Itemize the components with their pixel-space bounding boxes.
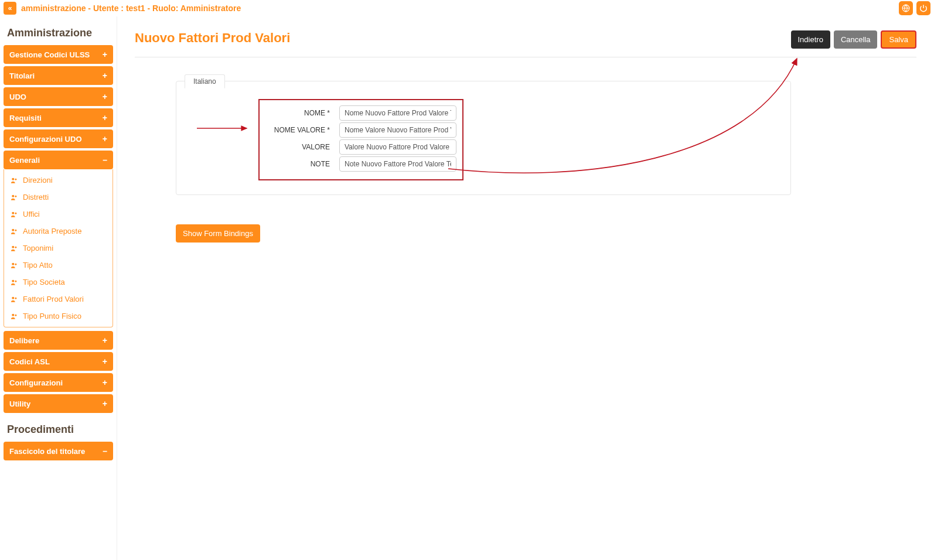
svg-point-13	[12, 279, 14, 282]
sidebar-item-label: Utility	[9, 399, 30, 408]
sidebar-item-label: Configurazioni UDO	[9, 135, 82, 144]
svg-point-3	[12, 194, 14, 197]
nome-input[interactable]	[339, 105, 456, 121]
form-row-valore: VALORE	[265, 139, 456, 155]
sidebar-item-label: Requisiti	[9, 114, 42, 122]
sidebar-item-label: Delibere	[9, 336, 39, 345]
user-icon	[10, 176, 18, 185]
sidebar-item-configurazioni-udo[interactable]: Configurazioni UDO +	[4, 129, 113, 148]
nome-valore-input[interactable]	[339, 122, 456, 138]
svg-point-9	[12, 245, 14, 248]
sidebar-section-procedimenti: Procedimenti	[4, 415, 113, 442]
sidebar-item-udo[interactable]: UDO +	[4, 87, 113, 106]
sidebar-item-delibere[interactable]: Delibere +	[4, 331, 113, 350]
page-title: Nuovo Fattori Prod Valori	[135, 30, 290, 46]
user-icon	[10, 227, 18, 235]
user-icon	[10, 261, 18, 269]
user-icon	[10, 244, 18, 252]
page-header: Nuovo Fattori Prod Valori Indietro Cance…	[135, 30, 916, 57]
sidebar-subitem-label: Distretti	[23, 193, 49, 202]
globe-icon	[902, 4, 910, 12]
svg-point-6	[15, 212, 16, 214]
expand-icon: +	[103, 378, 107, 387]
expand-icon: +	[103, 71, 107, 80]
svg-point-4	[15, 195, 16, 197]
sidebar-item-label: Fascicolo del titolare	[9, 447, 85, 456]
svg-point-12	[15, 263, 16, 265]
expand-icon: +	[103, 357, 107, 366]
sidebar-item-fascicolo-titolare[interactable]: Fascicolo del titolare –	[4, 442, 113, 460]
svg-point-16	[15, 297, 16, 299]
sidebar-item-requisiti[interactable]: Requisiti +	[4, 108, 113, 127]
sidebar-subitem-distretti[interactable]: Distretti	[4, 189, 113, 206]
svg-point-18	[15, 314, 16, 316]
sidebar-subitem-label: Fattori Prod Valori	[23, 295, 84, 303]
header-title: amministrazione - Utente : test1 - Ruolo…	[21, 4, 241, 13]
sidebar-subitem-tipo-societa[interactable]: Tipo Societa	[4, 274, 113, 291]
svg-point-14	[15, 280, 16, 282]
valore-input[interactable]	[339, 139, 456, 155]
sidebar-subitem-label: Tipo Punto Fisico	[23, 312, 81, 320]
svg-point-17	[12, 313, 14, 316]
expand-icon: +	[103, 92, 107, 101]
action-buttons: Indietro Cancella Salva	[791, 30, 917, 49]
sidebar-item-generali[interactable]: Generali –	[4, 151, 113, 169]
sidebar-subitem-label: Uffici	[23, 210, 40, 218]
user-icon	[10, 312, 18, 320]
sidebar-section-amministrazione: Amministrazione	[4, 19, 113, 45]
sidebar-collapse-button[interactable]: «	[4, 2, 16, 15]
sidebar-scroll[interactable]: Amministrazione Gestione Codici ULSS + T…	[0, 16, 117, 560]
user-icon	[10, 193, 18, 202]
cancel-button[interactable]: Cancella	[834, 30, 878, 49]
sidebar-subitem-tipo-atto[interactable]: Tipo Atto	[4, 257, 113, 274]
sidebar-subitem-label: Toponimi	[23, 244, 53, 252]
svg-point-10	[15, 246, 16, 248]
svg-point-11	[12, 262, 14, 265]
svg-point-15	[12, 296, 14, 299]
sidebar-item-label: Codici ASL	[9, 357, 50, 366]
top-bar: « amministrazione - Utente : test1 - Ruo…	[0, 0, 934, 16]
sidebar-subitem-label: Direzioni	[23, 176, 53, 185]
power-icon	[919, 4, 928, 12]
svg-point-5	[12, 211, 14, 214]
sidebar-item-label: UDO	[9, 93, 26, 101]
expand-icon: +	[103, 399, 107, 408]
sidebar-subitem-tipo-punto-fisico[interactable]: Tipo Punto Fisico	[4, 308, 113, 325]
svg-point-8	[15, 229, 16, 231]
field-label: NOME *	[265, 109, 330, 117]
sidebar-item-label: Gestione Codici ULSS	[9, 50, 90, 59]
save-button[interactable]: Salva	[881, 30, 916, 49]
sidebar-item-utility[interactable]: Utility +	[4, 394, 113, 413]
tab-italiano[interactable]: Italiano	[185, 74, 225, 88]
form-row-note: NOTE	[265, 156, 456, 172]
sidebar-item-configurazioni[interactable]: Configurazioni +	[4, 373, 113, 392]
sidebar-subitem-autorita-preposte[interactable]: Autorita Preposte	[4, 223, 113, 240]
annotation-arrow-left	[197, 122, 253, 134]
sidebar-subitem-uffici[interactable]: Uffici	[4, 206, 113, 223]
form-card: Italiano NOME * NOME VALORE * VALORE NOT…	[176, 81, 791, 195]
sidebar-subitem-fattori-prod-valori[interactable]: Fattori Prod Valori	[4, 291, 113, 308]
svg-point-7	[12, 228, 14, 231]
sidebar-sublist-generali: Direzioni Distretti Uffici Autorita Prep…	[4, 169, 113, 327]
back-button[interactable]: Indietro	[791, 30, 830, 49]
user-icon	[10, 210, 18, 218]
sidebar-item-gestione-codici-ulss[interactable]: Gestione Codici ULSS +	[4, 45, 113, 64]
form-row-nome: NOME *	[265, 105, 456, 121]
show-form-bindings-button[interactable]: Show Form Bindings	[176, 224, 260, 243]
sidebar-item-titolari[interactable]: Titolari +	[4, 66, 113, 85]
main-content: Nuovo Fattori Prod Valori Indietro Cance…	[117, 16, 934, 560]
collapse-icon: –	[103, 155, 107, 165]
sidebar-subitem-toponimi[interactable]: Toponimi	[4, 240, 113, 257]
user-icon	[10, 295, 18, 303]
power-button[interactable]	[916, 1, 930, 15]
form-row-nome-valore: NOME VALORE *	[265, 122, 456, 138]
note-input[interactable]	[339, 156, 456, 172]
sidebar-item-codici-asl[interactable]: Codici ASL +	[4, 352, 113, 371]
expand-icon: +	[103, 113, 107, 122]
chevron-left-icon: «	[8, 4, 12, 12]
expand-icon: +	[103, 134, 107, 144]
collapse-icon: –	[103, 446, 107, 456]
sidebar-subitem-label: Tipo Societa	[23, 278, 65, 286]
sidebar-subitem-direzioni[interactable]: Direzioni	[4, 172, 113, 189]
globe-button[interactable]	[899, 1, 913, 15]
